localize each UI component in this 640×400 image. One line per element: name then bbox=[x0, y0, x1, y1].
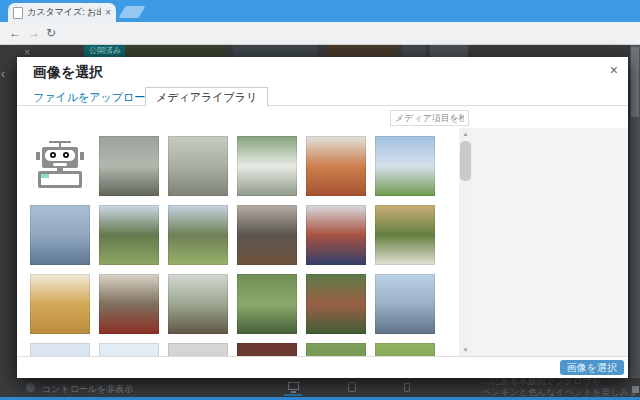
media-item-garden-maple-pond[interactable] bbox=[306, 274, 366, 334]
page-scrollbar bbox=[630, 45, 640, 378]
scroll-up-icon[interactable]: ▲ bbox=[459, 128, 472, 140]
media-item-dark-red-building[interactable] bbox=[237, 343, 297, 356]
media-grid bbox=[30, 136, 471, 356]
media-item-old-folk-house[interactable] bbox=[168, 274, 228, 334]
media-item-stone-hot-spring[interactable] bbox=[168, 136, 228, 196]
media-item-tempura-plate[interactable] bbox=[30, 274, 90, 334]
media-item-suspension-bridge[interactable] bbox=[375, 274, 435, 334]
media-item-onsen-street[interactable] bbox=[99, 136, 159, 196]
robot-graphic bbox=[30, 136, 90, 196]
browser-tab[interactable]: カスタマイズ: お出かけ日記 × bbox=[8, 3, 116, 22]
media-item-red-blood-pond[interactable] bbox=[306, 136, 366, 196]
media-item-green-grass[interactable] bbox=[375, 343, 435, 356]
active-device-underline bbox=[284, 394, 302, 396]
media-item-sky-clouds[interactable] bbox=[30, 343, 90, 356]
tab-title: カスタマイズ: お出かけ日記 bbox=[27, 6, 101, 19]
media-router: ファイルをアップロード メディアライブラリ bbox=[17, 87, 628, 106]
dimmed-preview-text-2: ペンギンと色んなイベントを楽しみま bbox=[482, 386, 638, 397]
modal-footer: 画像を選択 bbox=[17, 356, 628, 378]
media-item-pasture-with-fence[interactable] bbox=[99, 205, 159, 265]
media-item-ropeway-station[interactable] bbox=[306, 205, 366, 265]
media-item-zaru-soba-set[interactable] bbox=[99, 274, 159, 334]
tablet-preview-icon bbox=[348, 382, 356, 392]
media-item-seaweed-rice-bowl[interactable] bbox=[375, 205, 435, 265]
media-item-spring-pond[interactable] bbox=[237, 274, 297, 334]
collapse-sidebar-icon: ‹ bbox=[1, 67, 5, 81]
publish-button-dimmed: 公開済み bbox=[84, 45, 126, 57]
modal-title: 画像を選択 bbox=[33, 64, 103, 82]
media-grid-scrollbar[interactable]: ▲ ▼ bbox=[459, 128, 472, 356]
page-scrollbar-down-icon bbox=[632, 386, 639, 393]
media-item-eruption-smoke[interactable] bbox=[237, 205, 297, 265]
media-item-hazy-volcano-view[interactable] bbox=[30, 205, 90, 265]
media-item-hilltop-grassland[interactable] bbox=[375, 136, 435, 196]
scroll-down-icon[interactable]: ▼ bbox=[459, 344, 472, 356]
dimmed-preview-block bbox=[430, 45, 468, 57]
scrollbar-thumb[interactable] bbox=[460, 141, 471, 181]
browser-titlebar: カスタマイズ: お出かけ日記 × bbox=[0, 0, 640, 22]
media-item-gray-path[interactable] bbox=[168, 343, 228, 356]
back-icon[interactable]: ← bbox=[9, 26, 21, 40]
phone-preview-icon bbox=[404, 383, 410, 392]
page-favicon-icon bbox=[13, 7, 23, 19]
modal-close-icon[interactable]: × bbox=[610, 62, 618, 78]
media-item-steaming-hell-valley[interactable] bbox=[237, 136, 297, 196]
dimmed-preview-block bbox=[402, 45, 426, 57]
reload-icon[interactable]: ↻ bbox=[46, 26, 56, 40]
media-item-pond-foliage[interactable] bbox=[306, 343, 366, 356]
browser-toolbar: ← → ↻ i www.kuroobi.jp/jin/wp-admin/cust… bbox=[0, 22, 640, 45]
page-scrollbar-thumb bbox=[631, 47, 639, 117]
media-item-pale-sky[interactable] bbox=[99, 343, 159, 356]
forward-icon[interactable]: → bbox=[28, 26, 40, 40]
hide-controls-label: コントロールを非表示 bbox=[42, 383, 133, 396]
tab-close-icon[interactable]: × bbox=[105, 8, 111, 18]
attachment-details-sidebar bbox=[472, 128, 628, 356]
screen: カスタマイズ: お出かけ日記 × ← → ↻ i www.kuroobi.jp/… bbox=[0, 0, 640, 400]
select-image-button[interactable]: 画像を選択 bbox=[560, 360, 624, 375]
new-tab-button[interactable] bbox=[119, 6, 146, 18]
media-item-meadow-mountain[interactable] bbox=[168, 205, 228, 265]
dimmed-preview-block bbox=[326, 45, 398, 57]
tab-media-library[interactable]: メディアライブラリ bbox=[145, 87, 268, 107]
monitor-stand-glyph bbox=[291, 391, 296, 393]
desktop-preview-icon bbox=[288, 382, 299, 390]
dimmed-preview-block bbox=[233, 45, 318, 57]
tab-upload-files[interactable]: ファイルをアップロード bbox=[33, 90, 157, 105]
dimmed-preview-block bbox=[125, 45, 225, 57]
media-search-input[interactable] bbox=[390, 110, 469, 126]
hide-controls-icon bbox=[26, 383, 35, 392]
media-item-robot-mascot[interactable] bbox=[30, 136, 90, 196]
media-select-modal: 画像を選択 × ファイルをアップロード メディアライブラリ ▲ ▼ 画像を選択 bbox=[17, 57, 628, 378]
